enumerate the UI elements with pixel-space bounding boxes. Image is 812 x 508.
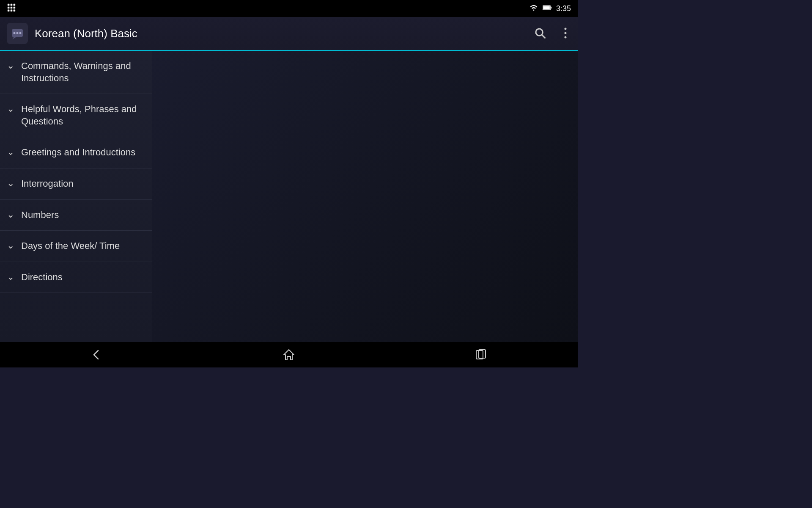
sidebar-item-label: Greetings and Introductions <box>21 146 135 159</box>
status-bar: 3:35 <box>0 0 578 17</box>
svg-rect-3 <box>8 7 10 9</box>
chevron-icon: ⌄ <box>7 179 14 188</box>
svg-rect-7 <box>11 10 13 12</box>
grid-icon <box>7 3 16 14</box>
svg-line-19 <box>542 35 545 38</box>
chevron-icon: ⌄ <box>7 210 14 219</box>
battery-icon <box>543 5 552 12</box>
sidebar-item-days-of-week[interactable]: ⌄ Days of the Week/ Time <box>0 231 152 262</box>
status-bar-left <box>7 3 16 14</box>
svg-point-16 <box>16 32 19 34</box>
svg-rect-8 <box>14 10 16 12</box>
svg-point-22 <box>565 36 567 38</box>
status-time: 3:35 <box>556 4 571 13</box>
svg-rect-2 <box>14 4 16 6</box>
svg-rect-6 <box>8 10 10 12</box>
sidebar-item-greetings[interactable]: ⌄ Greetings and Introductions <box>0 137 152 168</box>
status-bar-right: 3:35 <box>529 4 571 13</box>
sidebar-item-label: Directions <box>21 271 63 284</box>
sidebar: ⌄ Commands, Warnings and Instructions ⌄ … <box>0 51 152 342</box>
back-button[interactable] <box>73 345 120 365</box>
sidebar-item-numbers[interactable]: ⌄ Numbers <box>0 200 152 231</box>
svg-rect-10 <box>551 7 551 9</box>
chevron-icon: ⌄ <box>7 61 14 70</box>
chevron-icon: ⌄ <box>7 147 14 157</box>
home-button[interactable] <box>265 345 313 365</box>
chevron-icon: ⌄ <box>7 104 14 113</box>
svg-rect-0 <box>8 4 10 6</box>
svg-rect-4 <box>11 7 13 9</box>
sidebar-item-helpful-words[interactable]: ⌄ Helpful Words, Phrases and Questions <box>0 94 152 137</box>
chevron-icon: ⌄ <box>7 241 14 250</box>
more-options-button[interactable] <box>560 24 571 44</box>
sidebar-item-label: Numbers <box>21 209 59 221</box>
app-bar: Korean (North) Basic <box>0 17 578 51</box>
svg-point-15 <box>14 32 16 34</box>
svg-rect-5 <box>14 7 16 9</box>
app-bar-actions <box>530 23 571 44</box>
sidebar-item-label: Helpful Words, Phrases and Questions <box>21 103 145 127</box>
search-button[interactable] <box>530 23 550 44</box>
wifi-icon <box>529 4 538 13</box>
sidebar-item-interrogation[interactable]: ⌄ Interrogation <box>0 168 152 200</box>
svg-point-18 <box>536 29 543 36</box>
sidebar-item-commands[interactable]: ⌄ Commands, Warnings and Instructions <box>0 51 152 94</box>
chevron-icon: ⌄ <box>7 272 14 282</box>
app-title: Korean (North) Basic <box>35 27 530 40</box>
svg-point-17 <box>19 32 22 34</box>
nav-bar <box>0 342 578 367</box>
svg-point-21 <box>565 32 567 34</box>
svg-rect-11 <box>543 6 550 9</box>
sidebar-item-label: Interrogation <box>21 178 74 190</box>
content-area <box>152 51 578 342</box>
app-icon <box>7 23 28 44</box>
svg-marker-23 <box>284 350 294 360</box>
recents-button[interactable] <box>458 345 505 365</box>
sidebar-item-label: Commands, Warnings and Instructions <box>21 60 145 84</box>
svg-rect-1 <box>11 4 13 6</box>
sidebar-item-label: Days of the Week/ Time <box>21 240 120 252</box>
svg-point-20 <box>565 28 567 30</box>
sidebar-item-directions[interactable]: ⌄ Directions <box>0 262 152 293</box>
main-content: ⌄ Commands, Warnings and Instructions ⌄ … <box>0 51 578 342</box>
